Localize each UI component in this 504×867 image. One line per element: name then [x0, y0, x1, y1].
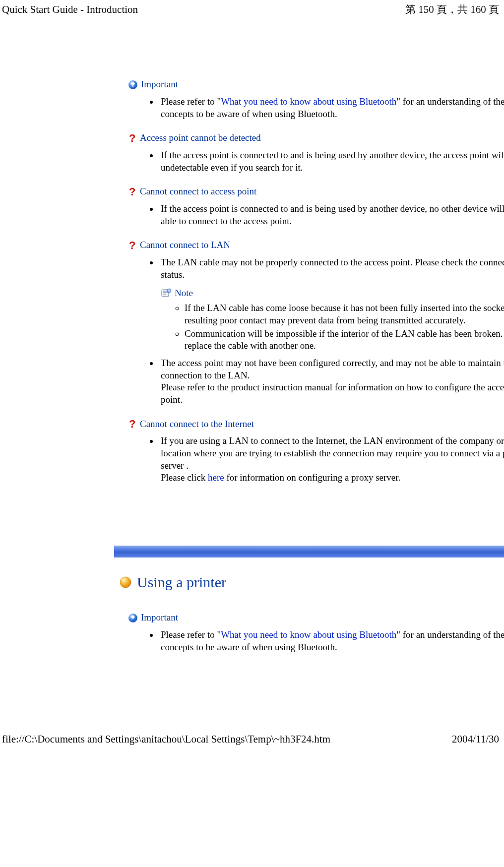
- page-footer: file://C:\Documents and Settings\anitach…: [0, 733, 504, 753]
- important-callout: Important: [128, 78, 504, 91]
- text-fragment: for information on configuring a proxy s…: [224, 472, 401, 483]
- important-label: Important: [141, 78, 178, 91]
- heading-text: Cannot connect to LAN: [140, 239, 230, 251]
- file-path: file://C:\Documents and Settings\anitach…: [2, 733, 330, 746]
- svg-text:?: ?: [129, 240, 135, 251]
- important-callout: Important: [128, 612, 504, 624]
- page-title: Quick Start Guide - Introduction: [2, 3, 138, 16]
- bullet-orb-icon: [119, 576, 132, 589]
- list-item: Please refer to "What you need to know a…: [159, 629, 504, 653]
- note-callout: Note: [161, 287, 504, 300]
- list-item: The access point may not have been confi…: [159, 357, 504, 406]
- svg-text:?: ?: [129, 419, 135, 430]
- bluetooth-basics-link[interactable]: What you need to know about using Blueto…: [221, 96, 396, 107]
- bluetooth-basics-link[interactable]: What you need to know about using Blueto…: [221, 629, 396, 640]
- question-mark-icon: ?: [128, 240, 137, 251]
- bullet-text: The LAN cable may not be properly connec…: [161, 256, 504, 281]
- bullet-list: If you are using a LAN to connect to the…: [114, 435, 504, 484]
- page-header: Quick Start Guide - Introduction 第 150 頁…: [0, 0, 504, 16]
- troubleshoot-heading: ? Cannot connect to access point: [128, 186, 504, 198]
- text-fragment: Please refer to ": [161, 96, 221, 107]
- list-item: Communication will be impossible if the …: [185, 328, 504, 352]
- heading-text: Cannot connect to access point: [140, 186, 256, 198]
- sub-bullet-list: If the LAN cable has come loose because …: [161, 302, 504, 352]
- section-title: Using a printer: [119, 572, 504, 592]
- list-item: If you are using a LAN to connect to the…: [159, 435, 504, 484]
- troubleshoot-heading: ? Access point cannot be detected: [128, 132, 504, 144]
- svg-point-7: [120, 577, 131, 588]
- bullet-text: The access point may not have been confi…: [161, 358, 504, 380]
- question-mark-icon: ?: [128, 133, 137, 144]
- text-fragment: Please refer to ": [161, 629, 221, 640]
- question-mark-icon: ?: [128, 186, 137, 197]
- bullet-text: Communication will be impossible if the …: [185, 328, 504, 351]
- important-icon: [128, 613, 138, 623]
- troubleshoot-heading: ? Cannot connect to LAN: [128, 239, 504, 251]
- main-content: Important Please refer to "What you need…: [114, 16, 504, 653]
- note-icon: [161, 288, 172, 298]
- text-fragment: Please click: [161, 472, 208, 483]
- bullet-list: If the access point is connected to and …: [114, 203, 504, 227]
- heading-text: Access point cannot be detected: [140, 132, 261, 144]
- list-item: If the LAN cable has come loose because …: [185, 302, 504, 326]
- bullet-text: If the LAN cable has come loose because …: [185, 303, 504, 325]
- proxy-config-link[interactable]: here: [208, 472, 224, 483]
- troubleshoot-heading: ? Cannot connect to the Internet: [128, 418, 504, 431]
- bullet-text: If the access point is connected to and …: [161, 203, 504, 227]
- bullet-text: If you are using a LAN to connect to the…: [161, 435, 504, 470]
- note-label: Note: [175, 287, 193, 300]
- section-divider: [114, 546, 504, 557]
- bullet-text: Please refer to the product instruction …: [161, 382, 504, 405]
- section-title-text: Using a printer: [137, 572, 226, 592]
- list-item: The LAN cable may not be properly connec…: [159, 256, 504, 352]
- svg-text:?: ?: [129, 186, 135, 197]
- svg-text:?: ?: [129, 133, 135, 144]
- bullet-list: If the access point is connected to and …: [114, 149, 504, 174]
- bullet-text: If the access point is connected to and …: [161, 149, 504, 174]
- important-icon: [128, 80, 138, 90]
- important-label: Important: [141, 612, 178, 624]
- important-bullet-list: Please refer to "What you need to know a…: [114, 96, 504, 120]
- heading-text: Cannot connect to the Internet: [140, 418, 254, 431]
- bullet-list: The LAN cable may not be properly connec…: [114, 256, 504, 406]
- list-item: Please refer to "What you need to know a…: [159, 96, 504, 120]
- footer-date: 2004/11/30: [452, 733, 499, 746]
- list-item: If the access point is connected to and …: [159, 203, 504, 227]
- important-bullet-list: Please refer to "What you need to know a…: [114, 629, 504, 653]
- question-mark-icon: ?: [128, 419, 137, 430]
- list-item: If the access point is connected to and …: [159, 149, 504, 174]
- page-number-indicator: 第 150 頁，共 160 頁: [405, 3, 499, 16]
